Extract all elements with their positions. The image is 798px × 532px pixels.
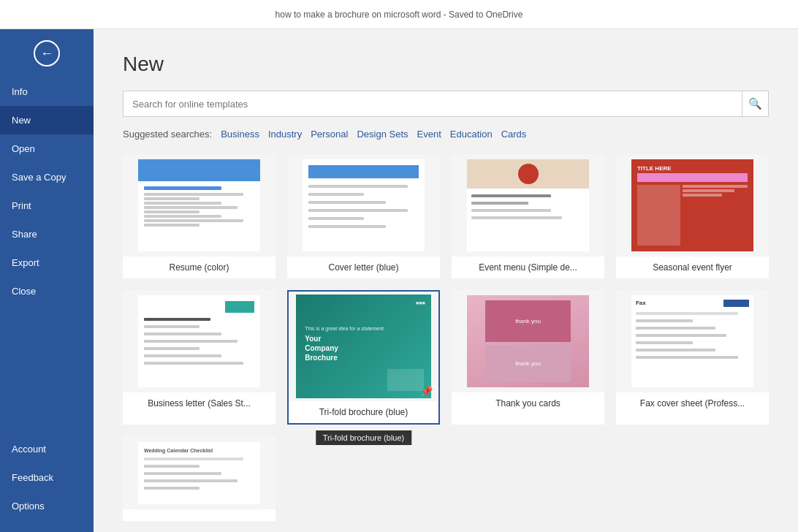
template-label-resume-color: Resume (color) — [123, 256, 276, 278]
main-layout: ← Info New Open Save a Copy Print Share … — [0, 29, 798, 532]
suggested-searches: Suggested searches: Business Industry Pe… — [123, 129, 769, 140]
search-input[interactable] — [123, 91, 742, 117]
template-thumb-brochure: This is a great idea for a statement You… — [289, 292, 438, 401]
suggested-link-industry[interactable]: Industry — [268, 129, 302, 140]
sidebar-item-account[interactable]: Account — [0, 435, 94, 463]
templates-grid: Resume (color) Cover letter (blue) — [123, 154, 769, 521]
back-circle-icon: ← — [34, 40, 60, 66]
template-label-trifold: Tri-fold brochure (blue) — [289, 401, 438, 423]
sidebar-nav: Info New Open Save a Copy Print Share Ex… — [0, 77, 94, 532]
sidebar-bottom: Account Feedback Options — [0, 435, 94, 532]
template-thumb-event — [452, 154, 604, 256]
sidebar-item-options[interactable]: Options — [0, 492, 94, 520]
template-thumb-resume — [123, 154, 276, 256]
search-button[interactable]: 🔍 — [742, 91, 769, 117]
suggested-link-business[interactable]: Business — [221, 129, 259, 140]
header-title: how to make a brochure on microsoft word… — [276, 10, 523, 20]
template-label-wedding — [123, 509, 276, 521]
page-title: New — [123, 53, 769, 76]
sidebar-item-close[interactable]: Close — [0, 277, 94, 305]
template-card-resume-color[interactable]: Resume (color) — [123, 154, 276, 278]
sidebar-item-open[interactable]: Open — [0, 134, 94, 163]
sidebar-item-share[interactable]: Share — [0, 220, 94, 248]
template-label-cover-letter: Cover letter (blue) — [287, 256, 440, 278]
sidebar-item-print[interactable]: Print — [0, 191, 94, 220]
sidebar-item-save-a-copy[interactable]: Save a Copy — [0, 163, 94, 191]
template-label-business-letter: Business letter (Sales St... — [123, 392, 276, 414]
template-card-event-menu[interactable]: Event menu (Simple de... — [452, 154, 604, 278]
suggested-link-education[interactable]: Education — [450, 129, 493, 140]
sidebar-item-feedback[interactable]: Feedback — [0, 463, 94, 492]
template-card-seasonal-flyer[interactable]: TITLE HERE Seasonal event flyer — [616, 154, 769, 278]
suggested-link-event[interactable]: Event — [417, 129, 441, 140]
template-card-business-letter[interactable]: Business letter (Sales St... — [123, 290, 276, 425]
template-label-thankyou: Thank you cards — [452, 392, 604, 414]
template-thumb-business-letter — [123, 290, 276, 392]
suggested-label: Suggested searches: — [123, 129, 212, 140]
header-bar: how to make a brochure on microsoft word… — [0, 0, 798, 29]
template-thumb-thankyou: thank you thank you — [452, 290, 604, 392]
sidebar-item-new[interactable]: New — [0, 106, 94, 134]
sidebar: ← Info New Open Save a Copy Print Share … — [0, 29, 94, 532]
template-thumb-wedding: Wedding Calendar Checklist — [123, 436, 276, 509]
template-card-trifold-brochure[interactable]: This is a great idea for a statement You… — [287, 290, 440, 425]
template-label-event-menu: Event menu (Simple de... — [452, 256, 604, 278]
template-label-seasonal-flyer: Seasonal event flyer — [616, 256, 769, 278]
content-area: New 🔍 Suggested searches: Business Indus… — [94, 29, 798, 532]
tooltip-trifold: Tri-fold brochure (blue) — [316, 430, 411, 445]
suggested-link-personal[interactable]: Personal — [311, 129, 348, 140]
template-card-fax-cover[interactable]: Fax Fax cover sheet (Profess... — [616, 290, 769, 425]
suggested-link-cards[interactable]: Cards — [501, 129, 527, 140]
template-card-wedding[interactable]: Wedding Calendar Checklist — [123, 436, 276, 521]
back-button[interactable]: ← — [28, 35, 65, 72]
template-card-thankyou[interactable]: thank you thank you Thank you cards — [452, 290, 604, 425]
template-thumb-fax: Fax — [616, 290, 769, 392]
template-thumb-cover — [287, 154, 440, 256]
template-label-fax-cover: Fax cover sheet (Profess... — [616, 392, 769, 414]
template-card-cover-letter[interactable]: Cover letter (blue) — [287, 154, 440, 278]
sidebar-item-export[interactable]: Export — [0, 248, 94, 277]
search-container: 🔍 — [123, 91, 769, 117]
sidebar-item-info[interactable]: Info — [0, 77, 94, 106]
pin-icon: 📌 — [420, 385, 433, 397]
template-thumb-seasonal: TITLE HERE — [616, 154, 769, 256]
sidebar-spacer — [0, 305, 94, 435]
suggested-link-design-sets[interactable]: Design Sets — [357, 129, 408, 140]
